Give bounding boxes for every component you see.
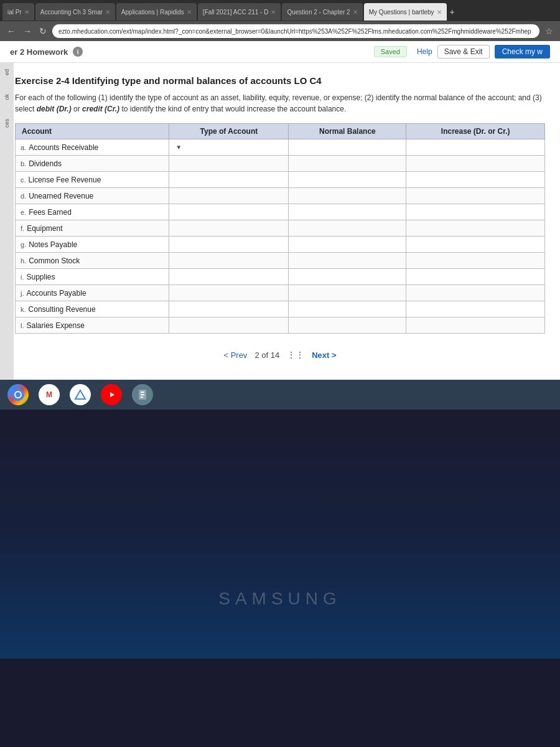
normal-cell-5[interactable] xyxy=(289,220,406,237)
address-bar: ← → ↻ ☆ xyxy=(0,21,560,41)
tab-5[interactable]: Question 2 - Chapter 2 ✕ xyxy=(282,3,362,21)
increase-cell-0[interactable] xyxy=(406,139,545,156)
tab-5-close[interactable]: ✕ xyxy=(353,9,358,16)
increase-cell-9[interactable] xyxy=(406,285,545,301)
type-cell-6[interactable] xyxy=(169,237,289,253)
normal-cell-4[interactable] xyxy=(289,204,406,220)
increase-cell-1[interactable] xyxy=(406,156,545,172)
normal-cell-3[interactable] xyxy=(289,188,406,204)
increase-cell-8[interactable] xyxy=(406,269,545,285)
normal-cell-0[interactable] xyxy=(289,139,406,156)
svg-rect-9 xyxy=(141,397,143,398)
exercise-area: Exercise 2-4 Identifying type and normal… xyxy=(0,63,560,380)
chrome-icon[interactable] xyxy=(7,384,29,405)
drive-icon[interactable] xyxy=(70,384,91,405)
new-tab-button[interactable]: + xyxy=(448,7,457,17)
grid-icon[interactable]: ⋮⋮ xyxy=(287,350,304,360)
svg-rect-8 xyxy=(141,394,144,395)
reload-button[interactable]: ↻ xyxy=(37,26,49,36)
help-link[interactable]: Help xyxy=(417,47,432,56)
svg-marker-3 xyxy=(75,390,85,399)
taskbar: M xyxy=(0,380,560,410)
table-row: e.Fees Earned xyxy=(16,204,545,220)
check-button[interactable]: Check my w xyxy=(495,45,550,59)
tab-1-close[interactable]: ✕ xyxy=(24,9,29,16)
type-cell-8[interactable] xyxy=(169,269,289,285)
type-cell-7[interactable] xyxy=(169,253,289,269)
table-row: k.Consulting Revenue xyxy=(16,301,545,317)
tab-3[interactable]: Applications | Rapidids ✕ xyxy=(116,3,197,21)
account-cell-9: j.Accounts Payable xyxy=(16,285,169,301)
col-type: Type of Account xyxy=(169,124,289,139)
saved-badge: Saved xyxy=(374,46,407,57)
tab-6-close[interactable]: ✕ xyxy=(437,9,442,16)
tab-2-close[interactable]: ✕ xyxy=(105,9,110,16)
files-icon[interactable] xyxy=(132,384,153,405)
sidebar-item-2[interactable]: ok xyxy=(4,94,10,100)
tab-1[interactable]: ial Pr ✕ xyxy=(2,3,34,21)
sidebar: ed ok ces xyxy=(0,63,14,380)
normal-cell-9[interactable] xyxy=(289,285,406,301)
increase-cell-3[interactable] xyxy=(406,188,545,204)
increase-cell-6[interactable] xyxy=(406,237,545,253)
save-exit-button[interactable]: Save & Exit xyxy=(437,45,490,59)
type-cell-10[interactable] xyxy=(169,301,289,317)
type-cell-1[interactable] xyxy=(169,156,289,172)
table-row: g.Notes Payable xyxy=(16,237,545,253)
page-total: 14 xyxy=(271,350,279,360)
type-cell-9[interactable] xyxy=(169,285,289,301)
account-cell-11: l.Salaries Expense xyxy=(16,317,169,334)
increase-cell-10[interactable] xyxy=(406,301,545,317)
browser-chrome: ial Pr ✕ Accounting Ch 3 Smar ✕ Applicat… xyxy=(0,0,560,41)
normal-cell-11[interactable] xyxy=(289,317,406,334)
normal-cell-1[interactable] xyxy=(289,156,406,172)
prev-button[interactable]: < Prev xyxy=(223,350,247,360)
increase-cell-11[interactable] xyxy=(406,317,545,334)
info-icon[interactable]: i xyxy=(73,47,83,57)
account-cell-2: c.License Fee Revenue xyxy=(16,172,169,188)
increase-cell-4[interactable] xyxy=(406,204,545,220)
normal-cell-8[interactable] xyxy=(289,269,406,285)
normal-cell-6[interactable] xyxy=(289,237,406,253)
forward-button[interactable]: → xyxy=(21,26,34,36)
sidebar-item-1[interactable]: ed xyxy=(4,69,10,75)
tab-3-close[interactable]: ✕ xyxy=(187,9,192,16)
page-wrapper: er 2 Homework i Saved Help Save & Exit C… xyxy=(0,41,560,380)
account-cell-8: i.Supplies xyxy=(16,269,169,285)
address-input[interactable] xyxy=(52,24,539,38)
tab-4-close[interactable]: ✕ xyxy=(271,9,276,16)
table-row: h.Common Stock xyxy=(16,253,545,269)
youtube-icon[interactable] xyxy=(101,384,122,405)
normal-cell-2[interactable] xyxy=(289,172,406,188)
tab-2[interactable]: Accounting Ch 3 Smar ✕ xyxy=(35,3,115,21)
svg-point-2 xyxy=(16,392,21,397)
type-cell-11[interactable] xyxy=(169,317,289,334)
account-cell-0: a.Accounts Receivable xyxy=(16,139,169,156)
bookmark-icon[interactable]: ☆ xyxy=(543,26,555,36)
page-info: 2 of 14 xyxy=(254,350,279,360)
tab-4-label: [Fall 2021] ACC 211 - D xyxy=(203,9,269,16)
type-cell-2[interactable] xyxy=(169,172,289,188)
type-cell-5[interactable] xyxy=(169,220,289,237)
account-cell-4: e.Fees Earned xyxy=(16,204,169,220)
page-current: 2 xyxy=(254,350,259,360)
type-cell-4[interactable] xyxy=(169,204,289,220)
increase-cell-5[interactable] xyxy=(406,220,545,237)
tab-3-label: Applications | Rapidids xyxy=(121,9,184,16)
type-cell-3[interactable] xyxy=(169,188,289,204)
normal-cell-7[interactable] xyxy=(289,253,406,269)
table-row: a.Accounts Receivable▼ xyxy=(16,139,545,156)
increase-cell-2[interactable] xyxy=(406,172,545,188)
normal-cell-10[interactable] xyxy=(289,301,406,317)
tab-4[interactable]: [Fall 2021] ACC 211 - D ✕ xyxy=(198,3,281,21)
tab-bar: ial Pr ✕ Accounting Ch 3 Smar ✕ Applicat… xyxy=(0,0,560,21)
exercise-title: Exercise 2-4 Identifying type and normal… xyxy=(15,75,545,86)
type-cell-0[interactable]: ▼ xyxy=(169,139,289,156)
back-button[interactable]: ← xyxy=(5,26,17,36)
sidebar-item-3[interactable]: ces xyxy=(4,119,10,128)
next-button[interactable]: Next > xyxy=(312,350,336,360)
gmail-icon[interactable]: M xyxy=(39,384,60,405)
tab-6[interactable]: My Questions | bartleby ✕ xyxy=(364,3,447,21)
increase-cell-7[interactable] xyxy=(406,253,545,269)
account-cell-1: b.Dividends xyxy=(16,156,169,172)
